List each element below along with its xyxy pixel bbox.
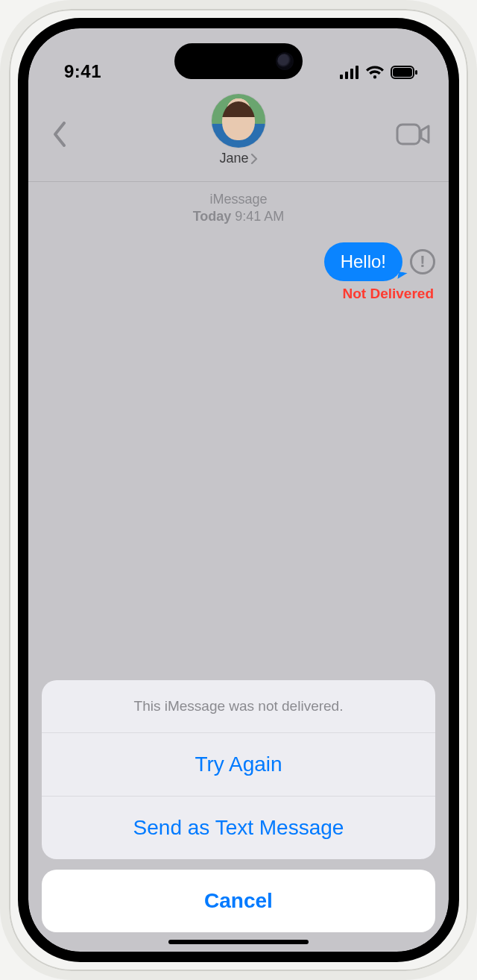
home-indicator[interactable]	[168, 940, 309, 944]
action-sheet-group: This iMessage was not delivered. Try Aga…	[42, 680, 435, 859]
device-mockup: 9:41	[0, 0, 477, 980]
cancel-button[interactable]: Cancel	[42, 870, 435, 932]
action-sheet-title: This iMessage was not delivered.	[42, 680, 435, 733]
action-sheet: This iMessage was not delivered. Try Aga…	[28, 680, 449, 952]
send-as-text-message-button[interactable]: Send as Text Message	[42, 797, 435, 859]
screen: 9:41	[28, 28, 449, 952]
try-again-button[interactable]: Try Again	[42, 733, 435, 797]
dynamic-island	[174, 43, 303, 79]
